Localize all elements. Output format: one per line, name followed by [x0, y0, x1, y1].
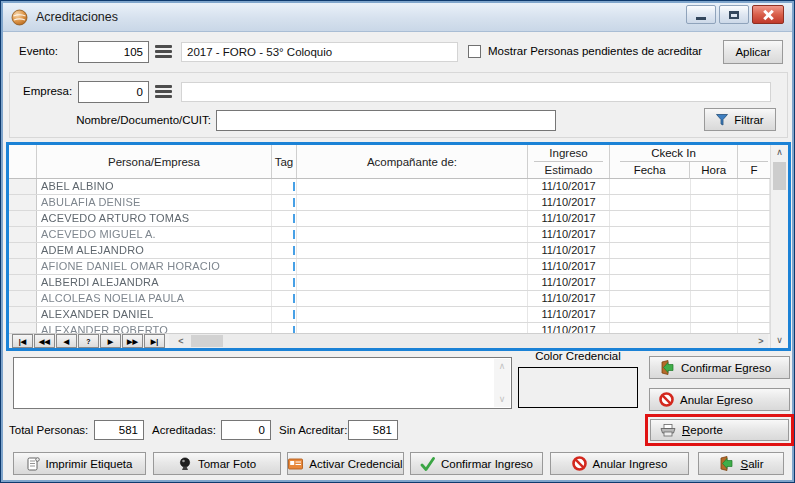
tag-marker-icon [293, 326, 295, 333]
vertical-scroll-thumb[interactable] [773, 162, 786, 190]
table-row[interactable]: ALEXANDER ROBERTO 11/10/2017 [9, 323, 770, 333]
horizontal-scroll-thumb[interactable] [191, 335, 223, 347]
ingreso-estimado-cell: 11/10/2017 [528, 211, 610, 226]
table-row[interactable]: ACEVEDO MIGUEL A. 11/10/2017 [9, 227, 770, 243]
notes-textarea[interactable]: ∧ ∨ [13, 357, 512, 409]
row-selector[interactable] [9, 307, 37, 322]
evento-number-input[interactable] [78, 41, 149, 63]
scroll-right-icon[interactable]: > [754, 334, 768, 348]
acompanante-cell [297, 307, 528, 322]
grid-body: ABEL ALBINO 11/10/2017 ABULAFIA DENISE 1… [9, 179, 770, 333]
nombre-documento-label: Nombre/Documento/CUIT: [31, 114, 211, 126]
table-row[interactable]: ACEVEDO ARTURO TOMAS 11/10/2017 [9, 211, 770, 227]
notes-scroll-up-icon[interactable]: ∧ [494, 359, 510, 374]
empresa-list-icon[interactable] [155, 85, 172, 98]
table-row[interactable]: ALBERDI ALEJANDRA 11/10/2017 [9, 275, 770, 291]
acompanante-column-header[interactable]: Acompañante de: [297, 145, 528, 178]
imprimir-etiqueta-button[interactable]: Imprimir Etiqueta [13, 452, 146, 475]
tag-cell [272, 211, 297, 226]
notes-scrollbar[interactable]: ∧ ∨ [494, 359, 510, 407]
aplicar-button[interactable]: Aplicar [723, 40, 783, 64]
acompanante-cell [297, 179, 528, 194]
ingreso-estimado-cell: 11/10/2017 [528, 307, 610, 322]
checkin-hora-cell [691, 195, 738, 210]
acompanante-cell [297, 195, 528, 210]
table-row[interactable]: ABEL ALBINO 11/10/2017 [9, 179, 770, 195]
label-roll-icon [27, 457, 40, 471]
filtrar-label: Filtrar [734, 114, 763, 126]
grid-vertical-scrollbar[interactable]: ∧ ∨ [770, 145, 788, 348]
navigator-button[interactable]: ◀ [56, 334, 77, 348]
grid-navigator: |◀◀◀◀?▶▶▶▶| [12, 334, 165, 348]
notes-scroll-down-icon[interactable]: ∨ [494, 392, 510, 407]
acreditadas-value [221, 420, 271, 440]
color-credencial-box [518, 367, 638, 408]
confirmar-ingreso-button[interactable]: Confirmar Ingreso [410, 452, 543, 475]
table-row[interactable]: ABULAFIA DENISE 11/10/2017 [9, 195, 770, 211]
extra-cell [738, 195, 770, 210]
row-selector[interactable] [9, 275, 37, 290]
navigator-button[interactable]: ▶▶ [122, 334, 143, 348]
grid-horizontal-scrollbar[interactable]: < > [169, 334, 768, 348]
row-selector[interactable] [9, 195, 37, 210]
navigator-button[interactable]: |◀ [12, 334, 33, 348]
confirmar-egreso-button[interactable]: Confirmar Egreso [649, 356, 790, 379]
evento-name-field: 2017 - FORO - 53° Coloquio [181, 42, 458, 62]
minimize-button[interactable] [686, 5, 716, 24]
persona-cell: ADEM ALEJANDRO [37, 243, 272, 258]
extra-cell [738, 323, 770, 333]
checkin-hora-cell [691, 179, 738, 194]
anular-ingreso-button[interactable]: Anular Ingreso [550, 452, 689, 475]
anular-egreso-button[interactable]: Anular Egreso [649, 388, 790, 411]
row-selector[interactable] [9, 323, 37, 333]
row-selector[interactable] [9, 179, 37, 194]
persona-column-header[interactable]: Persona/Empresa [37, 145, 272, 178]
ingreso-estimado-column-header[interactable]: Ingreso Estimado [528, 145, 610, 178]
extra-cell [738, 259, 770, 274]
row-selector[interactable] [9, 291, 37, 306]
activar-credencial-button[interactable]: Activar Credencial [287, 452, 404, 475]
tomar-foto-button[interactable]: Tomar Foto [153, 452, 281, 475]
scroll-up-icon[interactable]: ∧ [771, 145, 788, 160]
grid-bottom-bar: |◀◀◀◀?▶▶▶▶| < > [9, 333, 770, 348]
reporte-button[interactable]: Reporte [650, 419, 789, 441]
row-selector[interactable] [9, 259, 37, 274]
row-selector[interactable] [9, 227, 37, 242]
navigator-button[interactable]: ◀◀ [34, 334, 55, 348]
tag-marker-icon [293, 278, 295, 287]
personas-grid[interactable]: Persona/Empresa Tag Acompañante de: Ingr… [6, 142, 791, 351]
row-selector[interactable] [9, 243, 37, 258]
scroll-down-icon[interactable]: ∨ [771, 333, 788, 348]
empresa-number-input[interactable] [78, 81, 149, 103]
evento-list-icon[interactable] [155, 45, 172, 58]
tag-marker-icon [293, 230, 295, 239]
checkin-fecha-column-header[interactable]: Fecha [610, 162, 690, 179]
salir-button[interactable]: Salir [698, 452, 784, 475]
next-column-header: F [738, 162, 770, 179]
checkin-hora-cell [691, 323, 738, 333]
navigator-button[interactable]: ? [78, 334, 99, 348]
navigator-button[interactable]: ▶| [144, 334, 165, 348]
app-sphere-icon [11, 9, 28, 26]
pendientes-label: Mostrar Personas pendientes de acreditar [488, 45, 702, 57]
close-button[interactable] [752, 5, 784, 24]
tag-column-header[interactable]: Tag [272, 145, 297, 178]
nombre-documento-input[interactable] [216, 110, 556, 131]
titlebar: Acreditaciones [3, 3, 792, 32]
navigator-button[interactable]: ▶ [100, 334, 121, 348]
total-personas-label: Total Personas: [9, 424, 88, 436]
table-row[interactable]: ALEXANDER DANIEL 11/10/2017 [9, 307, 770, 323]
table-row[interactable]: ADEM ALEJANDRO 11/10/2017 [9, 243, 770, 259]
checkin-hora-column-header[interactable]: Hora [690, 162, 737, 179]
maximize-button[interactable] [719, 5, 749, 24]
table-row[interactable]: ALCOLEAS NOELIA PAULA 11/10/2017 [9, 291, 770, 307]
checkin-fecha-cell [610, 179, 691, 194]
tag-marker-icon [293, 262, 295, 271]
row-selector[interactable] [9, 211, 37, 226]
filtrar-button[interactable]: Filtrar [704, 108, 776, 131]
table-row[interactable]: AFIONE DANIEL OMAR HORACIO 11/10/2017 [9, 259, 770, 275]
pendientes-checkbox[interactable] [468, 45, 481, 58]
checkin-hora-cell [691, 307, 738, 322]
ingreso-estimado-cell: 11/10/2017 [528, 275, 610, 290]
scroll-left-icon[interactable]: < [174, 334, 188, 348]
